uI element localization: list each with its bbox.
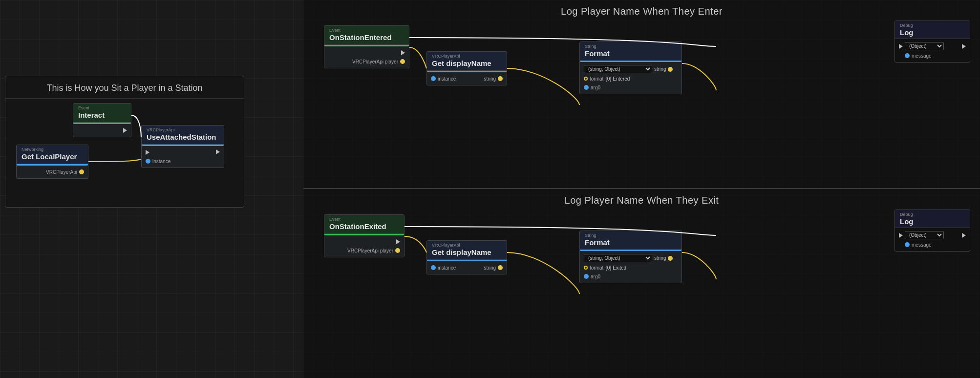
- string-format-dropdown-bottom[interactable]: (string, Object): [584, 254, 652, 262]
- bottom-panel-wires: [303, 189, 980, 378]
- exec-in-icon: [899, 44, 903, 49]
- exec-in-icon: [899, 233, 903, 238]
- get-local-player-node: Networking Get LocalPlayer VRCPlayerApi: [16, 145, 88, 179]
- player-pin: [395, 248, 400, 253]
- get-display-name-top-node: VRCPlayerApi Get displayName instance st…: [426, 51, 507, 85]
- format-circle-pin: [584, 77, 588, 81]
- exec-in-icon: [146, 150, 149, 155]
- left-panel: This is How you Sit a Player in a Statio…: [5, 76, 244, 208]
- string-out-pin: [498, 265, 503, 270]
- right-bottom-title: Log Player Name When They Exit: [303, 189, 980, 212]
- use-attached-station-node: VRCPlayerApi UseAttachedStation instance: [141, 125, 224, 168]
- get-display-name-bottom-node: VRCPlayerApi Get displayName instance st…: [426, 240, 507, 274]
- string-out-pin: [668, 256, 673, 261]
- string-format-top-node: String Format (string, Object) string fo…: [579, 42, 682, 94]
- string-out-pin: [668, 67, 673, 72]
- message-pin: [905, 53, 910, 58]
- debug-log-top-node: Debug Log (Object) message: [895, 21, 970, 63]
- event-interact-node: Event Interact: [73, 103, 131, 137]
- arg0-pin: [584, 85, 589, 90]
- debug-log-dropdown-bottom[interactable]: (Object): [905, 231, 944, 239]
- debug-log-bottom-node: Debug Log (Object) message: [895, 210, 970, 252]
- exec-out-icon: [401, 50, 405, 55]
- message-pin: [905, 242, 910, 247]
- string-format-dropdown-top[interactable]: (string, Object): [584, 65, 652, 73]
- string-format-bottom-node: String Format (string, Object) string fo…: [579, 231, 682, 283]
- instance-pin: [431, 76, 436, 81]
- left-panel-title: This is How you Sit a Player in a Statio…: [5, 76, 244, 99]
- arg0-pin: [584, 274, 589, 279]
- right-top-title: Log Player Name When They Enter: [303, 0, 980, 23]
- exec-out-icon: [962, 233, 966, 238]
- right-panel-bottom: Log Player Name When They Exit Event OnS…: [303, 189, 980, 378]
- output-pin: [79, 169, 84, 174]
- on-station-entered-node: Event OnStationEntered VRCPlayerApi play…: [324, 25, 409, 68]
- exec-out-icon: [396, 239, 400, 244]
- player-pin: [400, 59, 405, 64]
- exec-out-icon: [123, 128, 127, 133]
- string-out-pin: [498, 76, 503, 81]
- right-panel-top: Log Player Name When They Enter Event On…: [303, 0, 980, 189]
- exec-out-icon: [216, 149, 220, 154]
- debug-log-dropdown-top[interactable]: (Object): [905, 42, 944, 50]
- input-pin: [146, 159, 150, 164]
- instance-pin: [431, 265, 436, 270]
- on-station-exited-node: Event OnStationExited VRCPlayerApi playe…: [324, 214, 405, 257]
- exec-out-icon: [962, 44, 966, 49]
- right-container: Log Player Name When They Enter Event On…: [303, 0, 980, 378]
- format-circle-pin: [584, 266, 588, 270]
